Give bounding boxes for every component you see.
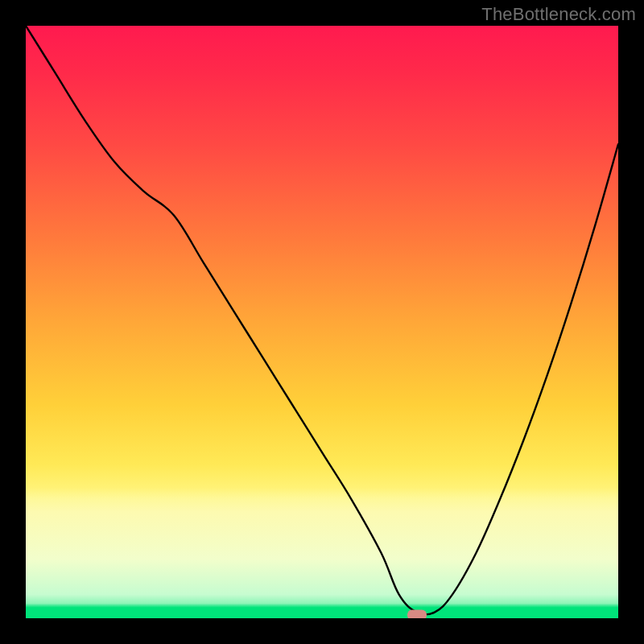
chart-frame: TheBottleneck.com (0, 0, 644, 644)
curve-svg (26, 26, 618, 618)
plot-area (26, 26, 618, 618)
bottleneck-curve (26, 26, 618, 615)
optimum-marker (407, 610, 427, 618)
watermark-text: TheBottleneck.com (481, 4, 636, 25)
